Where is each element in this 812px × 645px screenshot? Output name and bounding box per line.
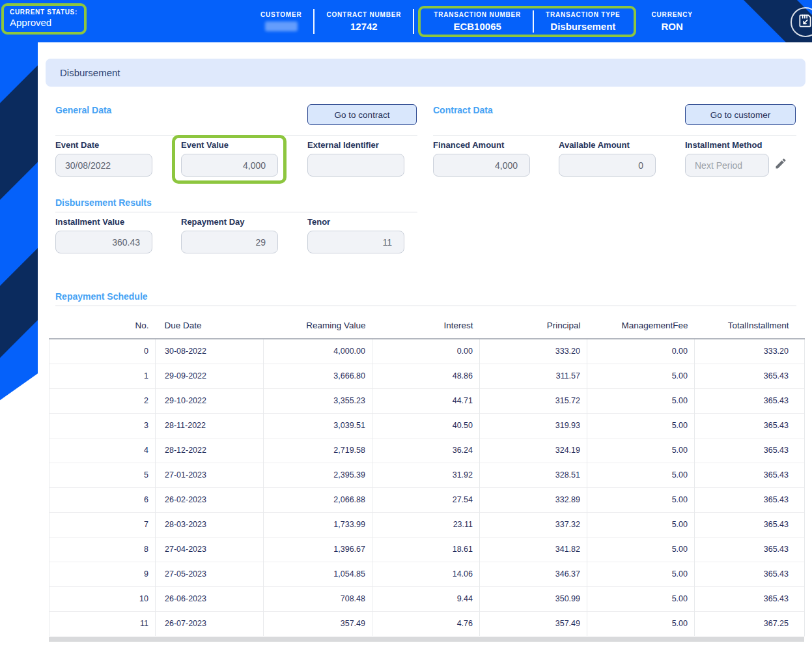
- header-field-currency: CURRENCY RON: [640, 11, 705, 32]
- table-row[interactable]: 030-08-20224,000.000.00333.200.00333.20: [49, 339, 805, 364]
- tenor-label: Tenor: [307, 217, 404, 227]
- field-financed-amount: Financed Amount: [433, 140, 530, 177]
- installment-value-label: Installment Value: [55, 217, 152, 227]
- top-header-bar: CURRENT STATUS: Approved CUSTOMER CONTRA…: [0, 0, 812, 42]
- cell-management-fee: 5.00: [587, 364, 695, 388]
- cell-no: 3: [49, 413, 156, 438]
- cell-principal: 319.93: [480, 413, 587, 438]
- contract-number-label: CONTRACT NUMBER: [326, 11, 401, 18]
- cell-no: 2: [49, 388, 156, 413]
- table-row[interactable]: 129-09-20223,666.8048.86311.575.00365.43: [49, 364, 805, 388]
- save-icon: [797, 12, 812, 32]
- pencil-icon: [774, 161, 787, 172]
- table-row[interactable]: 827-04-20231,396.6718.61341.825.00365.43: [49, 537, 805, 562]
- field-tenor: Tenor: [307, 217, 404, 253]
- header-field-contract-number: CONTRACT NUMBER 12742: [315, 11, 413, 32]
- cell-management-fee: 5.00: [587, 586, 695, 611]
- event-date-input[interactable]: [55, 154, 152, 177]
- cell-due-date: 28-03-2023: [156, 512, 264, 537]
- cell-no: 6: [49, 487, 156, 512]
- cell-management-fee: 5.00: [587, 611, 695, 636]
- repayment-schedule-table-wrap: No. Due Date Reaming Value Interest Prin…: [49, 313, 804, 637]
- field-event-date: Event Date: [55, 140, 152, 177]
- cell-interest: 31.92: [372, 463, 480, 487]
- cell-remaining-value: 3,039.51: [264, 413, 372, 438]
- cell-remaining-value: 357.49: [264, 611, 372, 636]
- cell-total-installment: 365.43: [695, 562, 805, 586]
- repayment-day-input[interactable]: [181, 231, 278, 253]
- cell-total-installment: 365.43: [695, 512, 805, 537]
- go-to-customer-button[interactable]: Go to customer: [685, 104, 796, 125]
- section-divider: [55, 136, 417, 136]
- cell-remaining-value: 2,719.58: [264, 438, 372, 463]
- diagonal-stripe: [0, 220, 38, 384]
- cell-principal: 341.82: [480, 537, 587, 562]
- go-to-contract-button[interactable]: Go to contract: [307, 104, 417, 125]
- panel-header-disbursement[interactable]: Disbursement: [46, 59, 805, 87]
- cell-principal: 333.20: [480, 339, 587, 364]
- financed-amount-input[interactable]: [433, 154, 530, 177]
- cell-principal: 332.89: [480, 487, 587, 512]
- cell-no: 5: [49, 463, 156, 487]
- installment-method-label: Installment Method: [685, 140, 769, 150]
- diagonal-stripe: [0, 43, 38, 220]
- section-heading-repayment-schedule: Repayment Schedule: [55, 291, 148, 302]
- cell-principal: 328.51: [480, 463, 587, 487]
- installment-method-input[interactable]: [685, 154, 769, 177]
- cell-due-date: 27-04-2023: [156, 537, 264, 562]
- edit-installment-method-button[interactable]: [774, 157, 787, 170]
- table-row[interactable]: 1126-07-2023357.494.76357.495.00367.25: [49, 611, 805, 636]
- cell-due-date: 29-09-2022: [156, 364, 264, 388]
- field-available-amount: Available Amount: [559, 140, 656, 177]
- cell-no: 7: [49, 512, 156, 537]
- cell-due-date: 27-05-2023: [156, 562, 264, 586]
- cell-interest: 18.61: [372, 537, 480, 562]
- app-screen: CURRENT STATUS: Approved CUSTOMER CONTRA…: [0, 0, 812, 645]
- cell-no: 11: [49, 611, 156, 636]
- external-identifier-label: External Identifier: [307, 140, 404, 150]
- current-status-value: Approved: [10, 17, 77, 28]
- col-header-management-fee: ManagementFee: [587, 313, 695, 339]
- event-date-label: Event Date: [55, 140, 152, 150]
- table-row[interactable]: 1026-06-2023708.489.44350.995.00365.43: [49, 586, 805, 611]
- cell-due-date: 29-10-2022: [156, 388, 264, 413]
- cell-total-installment: 365.43: [695, 438, 805, 463]
- cell-total-installment: 365.43: [695, 487, 805, 512]
- tenor-input[interactable]: [307, 231, 404, 253]
- table-row[interactable]: 328-11-20223,039.5140.50319.935.00365.43: [49, 413, 805, 438]
- table-row[interactable]: 229-10-20223,355.2344.71315.725.00365.43: [49, 388, 805, 413]
- col-header-interest: Interest: [372, 313, 480, 339]
- cell-management-fee: 5.00: [587, 463, 695, 487]
- available-amount-input[interactable]: [559, 154, 656, 177]
- cell-total-installment: 367.25: [695, 611, 805, 636]
- external-identifier-input[interactable]: [307, 154, 404, 177]
- header-field-transaction-number: TRANSACTION NUMBER ECB10065: [422, 11, 533, 32]
- table-row[interactable]: 527-01-20232,395.3931.92328.515.00365.43: [49, 463, 805, 487]
- cell-total-installment: 365.43: [695, 413, 805, 438]
- cell-total-installment: 365.43: [695, 537, 805, 562]
- cell-remaining-value: 708.48: [264, 586, 372, 611]
- horizontal-scrollbar[interactable]: [49, 637, 804, 642]
- table-row[interactable]: 728-03-20231,733.9923.11337.325.00365.43: [49, 512, 805, 537]
- header-fields: CUSTOMER CONTRACT NUMBER 12742 TRANSACTI…: [249, 0, 705, 42]
- transaction-type-label: TRANSACTION TYPE: [546, 11, 620, 18]
- current-status-box: CURRENT STATUS: Approved: [1, 3, 87, 35]
- installment-value-input[interactable]: [55, 231, 152, 253]
- event-value-input[interactable]: [181, 154, 278, 177]
- field-event-value: Event Value: [181, 140, 278, 177]
- col-header-no: No.: [49, 313, 156, 339]
- table-row[interactable]: 626-02-20232,066.8827.54332.895.00365.43: [49, 487, 805, 512]
- cell-interest: 48.86: [372, 364, 480, 388]
- cell-remaining-value: 1,054.85: [264, 562, 372, 586]
- cell-due-date: 26-07-2023: [156, 611, 264, 636]
- cell-management-fee: 5.00: [587, 537, 695, 562]
- table-row[interactable]: 428-12-20222,719.5836.24324.195.00365.43: [49, 438, 805, 463]
- transaction-type-value: Disbursement: [546, 21, 620, 32]
- table-header-row: No. Due Date Reaming Value Interest Prin…: [49, 313, 805, 339]
- available-amount-label: Available Amount: [559, 140, 656, 150]
- contract-number-value: 12742: [326, 21, 401, 32]
- cell-interest: 0.00: [372, 339, 480, 364]
- field-installment-value: Installment Value: [55, 217, 152, 253]
- cell-management-fee: 5.00: [587, 562, 695, 586]
- table-row[interactable]: 927-05-20231,054.8514.06346.375.00365.43: [49, 562, 805, 586]
